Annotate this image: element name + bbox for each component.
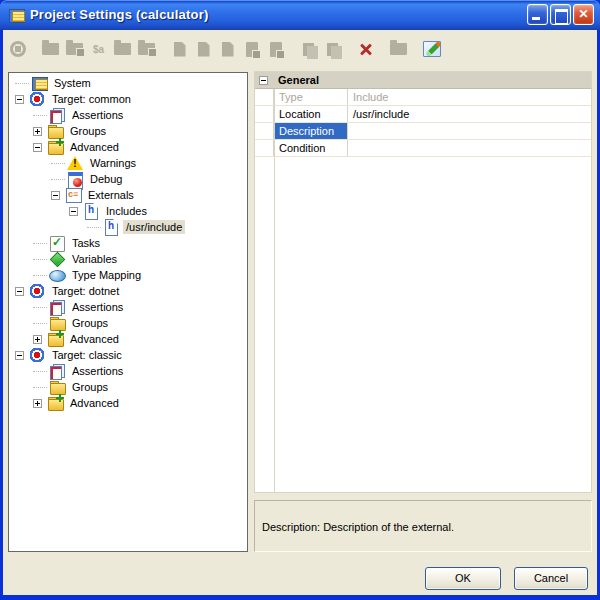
collapse-icon[interactable] xyxy=(69,207,78,216)
tree-item-includes[interactable]: Includes xyxy=(103,204,150,218)
tree-row: Advanced xyxy=(9,395,247,411)
window-controls xyxy=(527,4,594,25)
property-row-condition: Condition xyxy=(255,140,591,157)
tree-indent xyxy=(9,371,33,372)
tree-item-warnings[interactable]: Warnings xyxy=(87,156,139,170)
expand-icon[interactable] xyxy=(33,399,42,408)
property-value-condition[interactable] xyxy=(348,140,591,156)
collapse-icon[interactable] xyxy=(33,143,42,152)
tree-row: Groups xyxy=(9,315,247,331)
target-icon xyxy=(29,283,45,299)
document-3-icon xyxy=(218,39,237,59)
tree-row: Externals xyxy=(9,187,247,203)
tree-item-groups[interactable]: Groups xyxy=(69,380,111,394)
tree-item-assertions[interactable]: Assertions xyxy=(69,300,126,314)
tree-item-advanced[interactable]: Advanced xyxy=(67,332,122,346)
tree-indent xyxy=(9,131,33,132)
assertions-icon xyxy=(49,299,65,315)
tree-row: Assertions xyxy=(9,363,247,379)
tree-row: System xyxy=(9,75,247,91)
window-title: Project Settings (calculator) xyxy=(30,0,208,30)
tree-item-groups[interactable]: Groups xyxy=(69,316,111,330)
collapse-icon[interactable] xyxy=(15,351,24,360)
property-name-condition[interactable]: Condition xyxy=(274,140,348,156)
tree-indent xyxy=(9,339,33,340)
tree-item-tasks[interactable]: Tasks xyxy=(69,236,103,250)
tree-row: Assertions xyxy=(9,107,247,123)
property-name-description[interactable]: Description xyxy=(274,123,348,139)
edit-icon[interactable] xyxy=(422,39,441,59)
tree-row: /usr/include xyxy=(9,219,247,235)
minimize-button[interactable] xyxy=(527,4,548,25)
plus-badge-icon xyxy=(56,394,64,402)
tree-indent xyxy=(9,147,33,148)
titlebar[interactable]: Project Settings (calculator) xyxy=(0,0,600,30)
tree-item-assertions[interactable]: Assertions xyxy=(69,364,126,378)
row-gutter xyxy=(255,106,274,122)
tree-item-variables[interactable]: Variables xyxy=(69,252,120,266)
tree-item-target-common[interactable]: Target: common xyxy=(49,92,134,106)
folder-icon xyxy=(113,39,132,59)
tree-item-usr-include[interactable]: /usr/include xyxy=(123,220,185,234)
tree-row: Type Mapping xyxy=(9,267,247,283)
plus-badge-icon xyxy=(56,330,64,338)
h-file-icon xyxy=(103,219,119,235)
paste-icon xyxy=(389,39,408,59)
collapse-icon[interactable] xyxy=(259,76,268,85)
expand-icon[interactable] xyxy=(33,127,42,136)
property-row-type: TypeInclude xyxy=(255,89,591,106)
tree-item-externals[interactable]: Externals xyxy=(85,188,137,202)
settings-tree[interactable]: SystemTarget: commonAssertionsGroupsAdva… xyxy=(8,72,248,552)
document-badge-icon xyxy=(242,39,261,59)
collapse-icon[interactable] xyxy=(51,191,60,200)
project-settings-window: Project Settings (calculator) $a SystemT… xyxy=(0,0,600,600)
tree-item-debug[interactable]: Debug xyxy=(87,172,125,186)
maximize-button[interactable] xyxy=(550,4,571,25)
tree-indent xyxy=(9,259,33,260)
property-value-description[interactable] xyxy=(348,123,591,139)
expand-icon[interactable] xyxy=(33,335,42,344)
property-help-text: Description: Description of the external… xyxy=(254,500,592,552)
collapse-icon[interactable] xyxy=(15,287,24,296)
document-1-icon xyxy=(170,39,189,59)
tree-item-groups[interactable]: Groups xyxy=(67,124,109,138)
tree-connector-line xyxy=(33,259,47,260)
tree-item-advanced[interactable]: Advanced xyxy=(67,396,122,410)
tree-row: Target: classic xyxy=(9,347,247,363)
tree-item-target-classic[interactable]: Target: classic xyxy=(49,348,125,362)
new-item-icon xyxy=(8,39,27,59)
property-group-header[interactable]: General xyxy=(255,72,591,89)
property-grid: General TypeIncludeLocation/usr/includeD… xyxy=(254,71,592,493)
ok-button[interactable]: OK xyxy=(425,567,501,590)
tree-item-type-mapping[interactable]: Type Mapping xyxy=(69,268,144,282)
tree-row: Groups xyxy=(9,123,247,139)
row-gutter xyxy=(255,123,274,139)
tree-item-system[interactable]: System xyxy=(51,76,94,90)
tree-item-advanced[interactable]: Advanced xyxy=(67,140,122,154)
folder-plus-icon xyxy=(47,139,63,155)
assertions-icon xyxy=(49,107,65,123)
tree-item-assertions[interactable]: Assertions xyxy=(69,108,126,122)
property-value-type[interactable]: Include xyxy=(348,89,591,105)
tree-row: Includes xyxy=(9,203,247,219)
target-icon xyxy=(29,347,45,363)
tree-row: Groups xyxy=(9,379,247,395)
tree-item-target-dotnet[interactable]: Target: dotnet xyxy=(49,284,122,298)
folder-icon xyxy=(49,379,65,395)
property-group-label: General xyxy=(268,74,319,86)
property-value-location[interactable]: /usr/include xyxy=(348,106,591,122)
tree-indent xyxy=(9,179,51,180)
folder-plus-icon xyxy=(47,331,63,347)
collapse-icon[interactable] xyxy=(15,95,24,104)
property-name-type[interactable]: Type xyxy=(274,89,348,105)
cancel-button[interactable]: Cancel xyxy=(514,567,588,590)
close-button[interactable] xyxy=(573,4,594,25)
tree-connector-line xyxy=(33,371,47,372)
delete-icon[interactable] xyxy=(356,39,375,59)
folder-plus-icon xyxy=(47,395,63,411)
tree-indent xyxy=(9,323,33,324)
tree-connector-line xyxy=(33,323,47,324)
property-name-location[interactable]: Location xyxy=(274,106,348,122)
tree-indent xyxy=(9,163,51,164)
type-mapping-icon xyxy=(49,267,65,283)
